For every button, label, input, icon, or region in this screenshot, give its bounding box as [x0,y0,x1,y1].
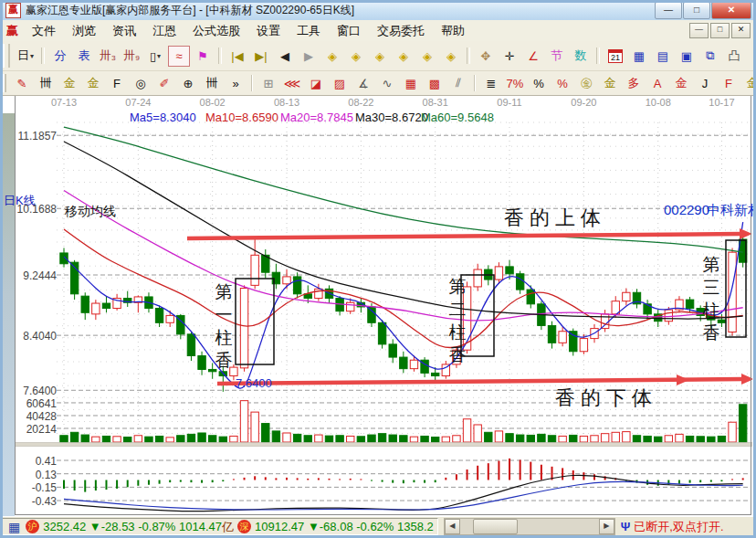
menu-item-江恩[interactable]: 江恩 [144,21,184,41]
box-tool-icon[interactable]: ⊞ [257,73,279,94]
price-ladder-icon[interactable]: ≣ [480,73,502,94]
toolbar-separator [467,47,470,64]
menu-item-文件[interactable]: 文件 [24,21,64,41]
menu-item-工具[interactable]: 工具 [289,21,329,41]
shanghai-index-value: 3252.42 [43,520,86,533]
scroll-right-arrow[interactable]: ▶ [599,519,614,534]
market-grid-icon[interactable]: ▦ [8,520,20,534]
angle-line-icon[interactable]: ∠ [522,46,544,67]
percent-icon[interactable]: % [528,73,550,94]
next-page-icon[interactable]: ▶ [298,46,320,67]
diamond-shrink-icon[interactable]: ◈ [416,46,438,67]
minute-chart-icon[interactable]: 分 [49,46,71,67]
shanghai-volume-unit: 亿 [222,519,234,535]
ma-legend-title: 移动均线 [65,204,116,220]
f-angle-icon[interactable]: F [718,73,740,94]
gold-angle2-icon[interactable]: 金 [741,73,756,94]
gold-lines-icon[interactable]: 金 [599,73,621,94]
last-screen-icon[interactable]: ▶| [250,46,272,67]
parallel-lines-icon[interactable]: ⫽ [447,73,469,94]
gann-box-icon[interactable]: ◪ [305,73,327,94]
red-grid2-icon[interactable]: ▩ [424,73,446,94]
toolbar-grip[interactable] [3,44,10,68]
gann-node-icon[interactable]: 节 [546,46,568,67]
a-wave-icon[interactable]: A [646,73,668,94]
diamond-allway-icon[interactable]: ◈ [393,46,415,67]
brush2-icon[interactable]: ✐ [153,73,175,94]
kline-period-button[interactable]: 日▾ [15,46,37,67]
export-icon[interactable]: ⧉ [699,46,721,67]
print-icon[interactable]: 凸 [723,46,745,67]
close-button[interactable]: ✕ [711,2,751,19]
mdi-minimize-button[interactable]: — [689,23,709,38]
gold-circle-icon[interactable]: ㊎ [575,73,597,94]
menu-item-资讯[interactable]: 资讯 [104,21,144,41]
gold-grid-icon[interactable]: 金 [58,73,80,94]
shenzhen-index-icon[interactable]: 深 [237,520,251,533]
j-angle-icon[interactable]: J [694,73,716,94]
connection-antenna-icon[interactable]: Ψ [621,520,631,533]
menu-item-浏览[interactable]: 浏览 [64,21,104,41]
calculator-icon[interactable]: ▦ [628,46,650,67]
horizontal-scrollbar[interactable]: ◀ ▶ [444,518,615,535]
percent-line-icon[interactable]: % [551,73,573,94]
menu-item-帮助[interactable]: 帮助 [433,21,473,41]
multi-brush-icon[interactable]: 多 [623,73,645,94]
zigzag-icon[interactable]: ∿ [376,73,398,94]
diamond-right-icon[interactable]: ◈ [345,46,367,67]
angle-lines-icon[interactable]: ∡ [352,73,374,94]
gann-fan-icon[interactable]: ⋘ [281,73,303,94]
diamond-updown-icon[interactable]: ◈ [369,46,391,67]
diamond-expand-icon[interactable]: ◈ [440,46,462,67]
kline-chart-canvas[interactable] [15,95,752,514]
spiral-icon[interactable]: ◎ [130,73,152,94]
candle-style-button[interactable]: ▯▾ [144,46,166,67]
quote-list-icon[interactable]: 表 [73,46,95,67]
window-controls: — □ ✕ [654,2,751,19]
connection-status[interactable]: 已断开,双点打开. [634,519,723,535]
wave-count-icon[interactable]: 数 [570,46,592,67]
diamond-left-icon[interactable]: ◈ [321,46,343,67]
title-bar[interactable]: 赢 赢家江恩专业版[赢家内部服务平台] - [中科新材 SZ002290-65日… [0,0,756,21]
toolbar-grip[interactable] [3,74,6,93]
dropdown-caret-icon: ▾ [157,52,161,60]
drawing-toolbar: ✎卌金金F◎✐⊕卌»⊞⋘◪▨∡∿▦▩⫽≣7%%%㊎金多A金JF金神赢四 [0,71,756,96]
hand-tool-icon[interactable]: ✥ [475,46,497,67]
scroll-left-arrow[interactable]: ◀ [445,519,460,534]
menu-item-交易委托[interactable]: 交易委托 [369,21,433,41]
chart-area[interactable]: 日K线 07-1307-2408-0208-1308-2208-3109-110… [0,95,756,516]
mdi-close-button[interactable]: ✕ [731,23,751,38]
save-icon[interactable]: ▣ [676,46,698,67]
first-screen-icon[interactable]: |◀ [226,46,248,67]
menu-item-公式选股[interactable]: 公式选股 [184,21,248,41]
menu-item-设置[interactable]: 设置 [248,21,289,41]
menu-item-窗口[interactable]: 窗口 [329,21,369,41]
prev-page-icon[interactable]: ◀ [274,46,296,67]
bar9-chart-icon[interactable]: 卅₉ [121,46,142,67]
seven-percent-icon[interactable]: 7% [504,73,526,94]
f-grid-icon[interactable]: F [106,73,128,94]
hash-icon[interactable]: 卌 [201,73,223,94]
gann-square-icon[interactable]: ▨ [329,73,351,94]
minimize-button[interactable]: — [655,2,682,19]
grid-tool-icon[interactable]: 卌 [35,73,57,94]
chip-chart-icon[interactable]: ⚑ [192,46,214,67]
gold-grid2-icon[interactable]: 金 [82,73,104,94]
red-grid-icon[interactable]: ▦ [400,73,422,94]
brush-icon[interactable]: ✎ [11,73,33,94]
memo-icon[interactable]: ▤ [652,46,674,67]
mdi-restore-button[interactable]: □ [710,23,730,38]
scrollbar-thumb[interactable] [473,519,518,534]
calendar-icon[interactable]: 21 [604,46,626,67]
circle-grid-icon[interactable]: ⊕ [177,73,199,94]
volume-tick-label: 60641 [4,397,57,410]
wave-tool-icon[interactable]: ≈ [168,46,190,67]
more-tools-button[interactable]: » [225,73,247,94]
shanghai-index-icon[interactable]: 沪 [26,520,39,533]
bar3-chart-icon[interactable]: 卅₃ [97,46,119,67]
maximize-button[interactable]: □ [683,2,710,19]
annotation-support-price: 7.6400 [236,376,272,390]
gold-angle-icon[interactable]: 金 [670,73,692,94]
ma-legend-item: Ma10=8.6590 [205,111,278,124]
crosshair-icon[interactable]: ✛ [499,46,520,67]
